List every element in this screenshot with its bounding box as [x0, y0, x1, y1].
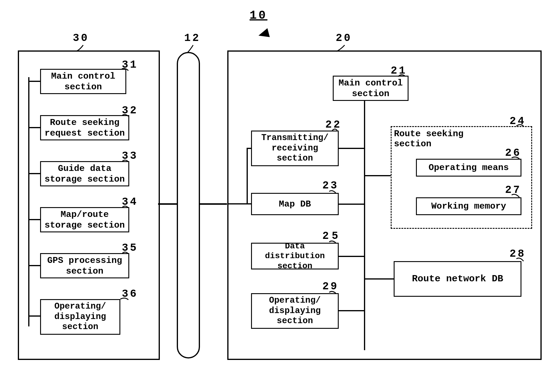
- svg-marker-0: [258, 28, 270, 37]
- block-data-distribution: Data distribution section: [251, 243, 339, 269]
- block-guide-data-storage: Guide data storage section: [40, 161, 129, 186]
- server-ref-label: 20: [336, 32, 352, 44]
- ref-27: 27: [505, 184, 521, 196]
- block-map-route-storage: Map/route storage section: [40, 207, 129, 232]
- block-main-control-client: Main control section: [40, 69, 126, 94]
- block-operating-displaying-client: Operating/ displaying section: [40, 299, 120, 335]
- ref-34: 34: [122, 196, 138, 208]
- bus-stub-32: [29, 127, 40, 128]
- system-ref-label: 10: [250, 9, 267, 22]
- link-network-to-server: [199, 203, 227, 205]
- bus-stub-29: [339, 310, 365, 311]
- server-entry-stub: [228, 203, 247, 204]
- client-bus-line: [28, 77, 29, 326]
- route-seeking-section-label: Route seeking section: [394, 129, 471, 149]
- ref-35: 35: [122, 242, 138, 254]
- ref-29: 29: [322, 280, 339, 293]
- network-ref-label: 12: [184, 32, 201, 44]
- ref-23: 23: [322, 180, 339, 192]
- bus-stub-24: [365, 175, 391, 176]
- bus-stub-28: [365, 278, 394, 280]
- ref-28: 28: [510, 248, 526, 260]
- bus-stub-35: [29, 265, 40, 266]
- bus-stub-36: [29, 315, 40, 317]
- bus-stub-33: [29, 173, 40, 174]
- entry-branch-23: [247, 203, 251, 204]
- bus-stub-22: [339, 148, 365, 149]
- block-operating-displaying-server: Operating/ displaying section: [251, 293, 339, 329]
- ref-22: 22: [325, 119, 342, 131]
- network-capsule: [177, 52, 200, 358]
- client-ref-label: 30: [73, 32, 89, 44]
- block-operating-means: Operating means: [416, 159, 521, 177]
- bus-stub-31: [29, 81, 40, 82]
- ref-33: 33: [122, 150, 138, 162]
- block-main-control-server: Main control section: [333, 76, 409, 101]
- bus-stub-34: [29, 219, 40, 220]
- ref-26: 26: [505, 147, 521, 159]
- block-transmitting-receiving: Transmitting/ receiving section: [251, 131, 339, 166]
- server-bus-line: [364, 92, 365, 350]
- bus-stub-25: [339, 256, 365, 257]
- block-route-network-db: Route network DB: [394, 261, 521, 297]
- ref-32: 32: [122, 104, 138, 117]
- ref-36: 36: [122, 288, 138, 300]
- ref-25: 25: [322, 230, 341, 242]
- block-working-memory: Working memory: [416, 197, 521, 215]
- ref-24: 24: [510, 115, 526, 127]
- link-client-to-network: [158, 203, 177, 205]
- block-gps-processing: GPS processing section: [40, 253, 129, 278]
- entry-vertical: [247, 148, 248, 204]
- block-map-db: Map DB: [251, 193, 339, 215]
- ref-21: 21: [391, 65, 407, 77]
- bus-stub-23: [339, 204, 365, 205]
- block-route-seeking-request: Route seeking request section: [40, 115, 129, 140]
